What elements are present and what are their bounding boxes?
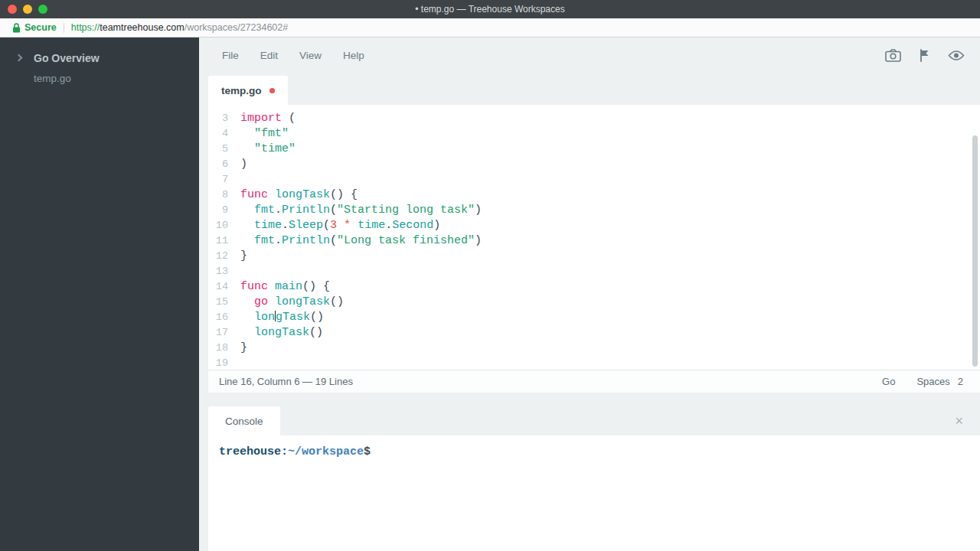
line-number: 6 bbox=[210, 157, 228, 172]
code-text: func main() { bbox=[240, 279, 330, 295]
console-tab[interactable]: Console bbox=[208, 406, 280, 435]
code-line[interactable]: 19 bbox=[210, 356, 980, 370]
code-text: longTask() bbox=[240, 325, 323, 341]
line-number: 17 bbox=[210, 325, 228, 341]
code-line[interactable]: 14func main() { bbox=[210, 279, 980, 295]
secure-badge[interactable]: Secure bbox=[12, 22, 57, 33]
code-line[interactable]: 7 bbox=[210, 172, 980, 187]
divider bbox=[64, 23, 64, 33]
menu-item-help[interactable]: Help bbox=[343, 50, 364, 61]
titlebar: • temp.go — Treehouse Workspaces bbox=[0, 0, 980, 18]
line-number: 13 bbox=[210, 264, 228, 279]
code-text: "fmt" bbox=[240, 126, 289, 142]
console-close-icon[interactable]: × bbox=[955, 414, 963, 428]
line-number: 16 bbox=[210, 310, 228, 325]
line-number: 12 bbox=[210, 249, 228, 264]
line-number: 19 bbox=[210, 356, 228, 370]
tab-label: temp.go bbox=[221, 85, 262, 96]
sidebar-item-temp-go[interactable]: temp.go bbox=[0, 68, 199, 88]
main-area: FileEditViewHelp temp.go 3impo bbox=[199, 37, 980, 551]
menubar-items: FileEditViewHelp bbox=[222, 50, 364, 61]
code-line[interactable]: 15 go longTask() bbox=[210, 295, 980, 310]
address-bar[interactable]: Secure https://teamtreehouse.com/workspa… bbox=[0, 18, 980, 37]
code-line[interactable]: 17 longTask() bbox=[210, 325, 980, 341]
chevron-right-icon bbox=[15, 54, 23, 62]
lock-icon bbox=[12, 22, 21, 33]
code-line[interactable]: 13 bbox=[210, 264, 980, 279]
editor-scrollbar[interactable] bbox=[972, 135, 978, 367]
code-line[interactable]: 6) bbox=[210, 157, 980, 172]
code-line[interactable]: 18} bbox=[210, 341, 980, 356]
terminal-prompt: treehouse:~/workspace$ bbox=[219, 445, 371, 458]
line-number: 15 bbox=[210, 295, 228, 310]
code-text: } bbox=[240, 341, 247, 356]
code-line[interactable]: 10 time.Sleep(3 * time.Second) bbox=[210, 218, 980, 233]
toolbar bbox=[885, 49, 965, 62]
url-scheme: https:// bbox=[71, 22, 100, 33]
panel-gap bbox=[208, 393, 980, 406]
code-line[interactable]: 16 longTask() bbox=[210, 310, 980, 325]
menu-item-file[interactable]: File bbox=[222, 50, 239, 61]
sidebar-item-label: temp.go bbox=[34, 73, 71, 84]
indent-value: 2 bbox=[958, 376, 963, 387]
language-mode[interactable]: Go bbox=[882, 376, 895, 387]
code-line[interactable]: 8func longTask() { bbox=[210, 187, 980, 203]
menu-item-view[interactable]: View bbox=[299, 50, 322, 61]
secure-label: Secure bbox=[24, 22, 57, 33]
line-number: 18 bbox=[210, 341, 228, 356]
menu-item-edit[interactable]: Edit bbox=[260, 50, 278, 61]
menubar: FileEditViewHelp bbox=[208, 37, 980, 73]
eye-preview-icon[interactable] bbox=[948, 50, 965, 61]
line-number: 5 bbox=[210, 142, 228, 157]
status-right: Go Spaces 2 bbox=[882, 376, 963, 387]
code-line[interactable]: 12} bbox=[210, 249, 980, 264]
prompt-path: ~/workspace bbox=[288, 445, 364, 458]
snapshot-camera-icon[interactable] bbox=[885, 49, 901, 62]
code-text: time.Sleep(3 * time.Second) bbox=[240, 218, 440, 233]
line-number: 4 bbox=[210, 126, 228, 142]
cursor-position: Line 16, Column 6 — 19 Lines bbox=[219, 376, 353, 387]
code-line[interactable]: 5 "time" bbox=[210, 142, 980, 157]
sidebar-items: Go Overviewtemp.go bbox=[0, 48, 199, 88]
prompt-separator: : bbox=[281, 445, 288, 458]
zoom-window-button[interactable] bbox=[38, 5, 47, 14]
indent-label: Spaces bbox=[916, 376, 949, 387]
code-line[interactable]: 9 fmt.Println("Starting long task") bbox=[210, 203, 980, 218]
indent-setting[interactable]: Spaces 2 bbox=[916, 376, 963, 387]
file-tree-sidebar: Go Overviewtemp.go bbox=[0, 37, 199, 551]
url-text: https://teamtreehouse.com/workspaces/272… bbox=[71, 22, 289, 33]
code-text: } bbox=[240, 249, 247, 264]
workspace: Go Overviewtemp.go FileEditViewHelp temp… bbox=[0, 37, 980, 551]
terminal[interactable]: treehouse:~/workspace$ bbox=[208, 435, 980, 551]
close-window-button[interactable] bbox=[8, 5, 17, 14]
code-lines: 3import (4 "fmt"5 "time"6)78func longTas… bbox=[210, 111, 980, 370]
tab-temp-go[interactable]: temp.go bbox=[208, 76, 288, 105]
code-line[interactable]: 3import ( bbox=[210, 111, 980, 126]
tab-bar: temp.go bbox=[208, 73, 980, 105]
prompt-user: treehouse bbox=[219, 445, 281, 458]
code-text: longTask() bbox=[240, 310, 324, 325]
url-path: /workspaces/27234602# bbox=[185, 22, 289, 33]
code-line[interactable]: 4 "fmt" bbox=[210, 126, 980, 142]
line-number: 11 bbox=[210, 233, 228, 249]
code-text: "time" bbox=[240, 142, 296, 157]
line-number: 9 bbox=[210, 203, 228, 218]
code-text: fmt.Println("Starting long task") bbox=[240, 203, 482, 218]
code-text: import ( bbox=[240, 111, 296, 126]
sidebar-item-label: Go Overview bbox=[34, 52, 100, 64]
flag-icon[interactable] bbox=[920, 49, 929, 62]
line-number: 14 bbox=[210, 279, 228, 295]
sidebar-item-go-overview[interactable]: Go Overview bbox=[0, 48, 199, 68]
status-bar: Line 16, Column 6 — 19 Lines Go Spaces 2 bbox=[208, 370, 980, 393]
code-text: fmt.Println("Long task finished") bbox=[240, 233, 482, 249]
minimize-window-button[interactable] bbox=[23, 5, 32, 14]
line-number: 7 bbox=[210, 172, 228, 187]
line-number: 10 bbox=[210, 218, 228, 233]
code-editor[interactable]: 3import (4 "fmt"5 "time"6)78func longTas… bbox=[208, 105, 980, 370]
code-line[interactable]: 11 fmt.Println("Long task finished") bbox=[210, 233, 980, 249]
url-domain: teamtreehouse.com bbox=[100, 22, 184, 33]
line-number: 8 bbox=[210, 187, 228, 203]
line-number: 3 bbox=[210, 111, 228, 126]
code-text: ) bbox=[240, 157, 247, 172]
code-text: func longTask() { bbox=[240, 187, 358, 203]
